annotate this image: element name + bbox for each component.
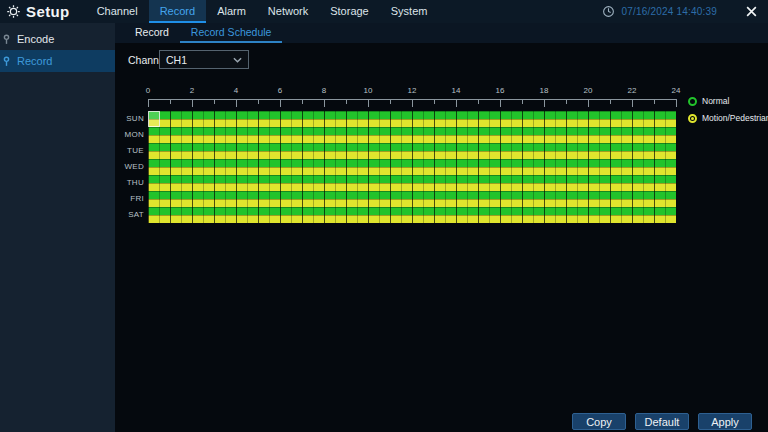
sidebar: EncodeRecord: [0, 23, 115, 432]
day-label-fri: FRI: [115, 191, 144, 207]
strip-motion-pedestrian-wed[interactable]: [148, 167, 676, 175]
ruler-tick: [170, 100, 171, 104]
strip-normal-sun[interactable]: [148, 111, 676, 119]
legend-normal-ring-icon: [688, 97, 697, 106]
tab-record-schedule[interactable]: Record Schedule: [180, 23, 283, 43]
clock-icon: [602, 5, 615, 18]
legend-item-normal[interactable]: Normal: [688, 96, 768, 106]
tab-bar: RecordRecord Schedule: [115, 23, 768, 43]
ruler-tick: [368, 100, 369, 107]
schedule-row-thu: [148, 175, 676, 191]
sidebar-item-record[interactable]: Record: [0, 50, 115, 72]
ruler-tick: [192, 100, 193, 107]
schedule-row-tue: [148, 143, 676, 159]
strip-motion-pedestrian-mon[interactable]: [148, 135, 676, 143]
ruler-tick: [478, 100, 479, 104]
strip-normal-wed[interactable]: [148, 159, 676, 167]
strip-motion-pedestrian-thu[interactable]: [148, 183, 676, 191]
day-label-thu: THU: [115, 175, 144, 191]
strip-normal-tue[interactable]: [148, 143, 676, 151]
legend-item-motion-pedestrian[interactable]: Motion/Pedestrian: [688, 113, 768, 123]
ruler-tick: [632, 100, 633, 107]
day-label-tue: TUE: [115, 143, 144, 159]
ruler-tick: [280, 100, 281, 107]
sidebar-item-encode[interactable]: Encode: [0, 28, 115, 50]
strip-normal-fri[interactable]: [148, 191, 676, 199]
strip-motion-pedestrian-sat[interactable]: [148, 215, 676, 223]
ruler-tick: [412, 100, 413, 107]
channel-select[interactable]: CH1: [159, 50, 249, 69]
schedule-row-sun: [148, 111, 676, 127]
datetime: 07/16/2024 14:40:39: [621, 6, 717, 17]
hour-label-18: 18: [540, 86, 549, 95]
legend-label: Normal: [702, 96, 729, 106]
legend-label: Motion/Pedestrian: [702, 113, 768, 123]
ruler-tick: [610, 100, 611, 104]
gear-icon: [6, 4, 21, 19]
ruler-tick: [258, 100, 259, 104]
hour-label-6: 6: [278, 86, 282, 95]
sidebar-item-label: Encode: [17, 33, 54, 45]
ruler-tick: [654, 100, 655, 104]
hour-label-12: 12: [408, 86, 417, 95]
apply-button[interactable]: Apply: [698, 413, 752, 430]
hour-label-4: 4: [234, 86, 238, 95]
strip-normal-sat[interactable]: [148, 207, 676, 215]
ruler-tick: [522, 100, 523, 104]
strip-motion-pedestrian-sun[interactable]: [148, 119, 676, 127]
channel-value: CH1: [166, 54, 233, 66]
ruler-tick: [236, 100, 237, 107]
default-button[interactable]: Default: [635, 413, 689, 430]
ruler-tick: [148, 100, 149, 107]
main-area: EncodeRecord RecordRecord Schedule Chann…: [0, 23, 768, 432]
tab-record[interactable]: Record: [124, 23, 180, 43]
hour-label-20: 20: [584, 86, 593, 95]
hour-label-0: 0: [146, 86, 150, 95]
ruler-tick: [324, 100, 325, 107]
ruler-tick: [434, 100, 435, 104]
day-label-sun: SUN: [115, 111, 144, 127]
menu-item-record[interactable]: Record: [149, 0, 206, 23]
top-menu: ChannelRecordAlarmNetworkStorageSystem: [86, 0, 439, 23]
legend-motion-pedestrian-ring-icon: [688, 114, 697, 123]
close-icon[interactable]: [745, 5, 758, 18]
ruler-tick: [214, 100, 215, 104]
schedule-row-fri: [148, 191, 676, 207]
menu-item-alarm[interactable]: Alarm: [206, 0, 257, 23]
ruler-tick: [500, 100, 501, 107]
schedule-row-sat: [148, 207, 676, 223]
ruler-tick: [346, 100, 347, 104]
chevron-down-icon: [233, 57, 242, 63]
record-icon: [3, 56, 10, 67]
app-window: Setup ChannelRecordAlarmNetworkStorageSy…: [0, 0, 768, 432]
strip-motion-pedestrian-tue[interactable]: [148, 151, 676, 159]
ruler-tick: [302, 100, 303, 104]
strip-normal-mon[interactable]: [148, 127, 676, 135]
schedule-row-wed: [148, 159, 676, 175]
selection-cursor: [148, 111, 160, 127]
hour-label-16: 16: [496, 86, 505, 95]
day-label-wed: WED: [115, 159, 144, 175]
hour-label-2: 2: [190, 86, 194, 95]
ruler-tick: [456, 100, 457, 107]
footer-buttons: CopyDefaultApply: [572, 413, 752, 430]
sidebar-item-label: Record: [17, 55, 52, 67]
menu-item-network[interactable]: Network: [257, 0, 319, 23]
strip-motion-pedestrian-fri[interactable]: [148, 199, 676, 207]
hour-ruler: [148, 99, 677, 109]
schedule-row-mon: [148, 127, 676, 143]
top-bar: Setup ChannelRecordAlarmNetworkStorageSy…: [0, 0, 768, 23]
strip-normal-thu[interactable]: [148, 175, 676, 183]
hour-label-22: 22: [628, 86, 637, 95]
copy-button[interactable]: Copy: [572, 413, 626, 430]
content-panel: RecordRecord Schedule Channel CH1 024681…: [115, 23, 768, 432]
menu-item-channel[interactable]: Channel: [86, 0, 149, 23]
ruler-tick: [544, 100, 545, 107]
menu-item-system[interactable]: System: [380, 0, 439, 23]
menu-item-storage[interactable]: Storage: [319, 0, 380, 23]
hour-label-14: 14: [452, 86, 461, 95]
ruler-tick: [566, 100, 567, 104]
ruler-tick: [676, 100, 677, 107]
legend: NormalMotion/Pedestrian: [688, 96, 768, 130]
hour-label-10: 10: [364, 86, 373, 95]
